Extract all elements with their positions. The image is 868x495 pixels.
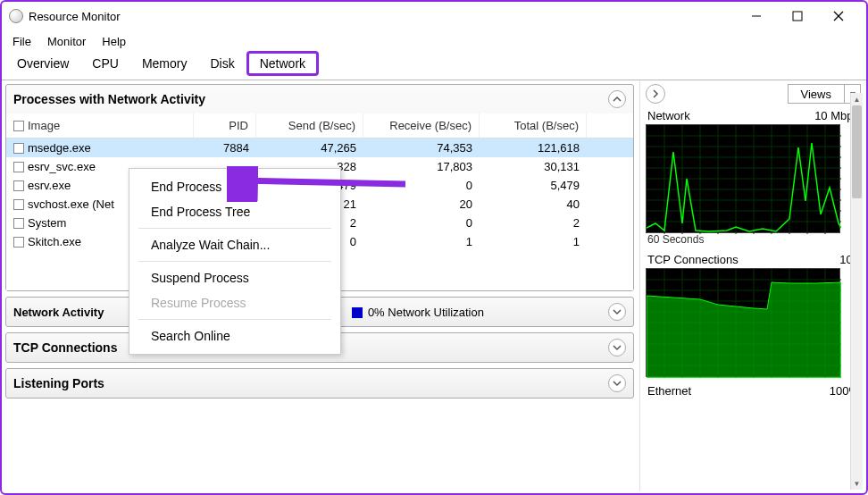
context-menu-item[interactable]: End Process Tree [129, 199, 340, 224]
listening-ports-panel: Listening Ports [5, 368, 634, 399]
menubar: File Monitor Help [2, 30, 866, 52]
context-menu-item[interactable]: End Process [129, 174, 340, 199]
menu-help[interactable]: Help [95, 33, 133, 50]
tab-cpu[interactable]: CPU [80, 52, 130, 75]
expand-network-activity[interactable] [608, 303, 626, 321]
svg-rect-1 [793, 12, 802, 21]
chart-ethernet-title: Ethernet [647, 384, 691, 398]
minimize-button[interactable] [736, 3, 777, 29]
tabstrip: Overview CPU Memory Disk Network [2, 52, 866, 80]
context-menu-item[interactable]: Analyze Wait Chain... [129, 232, 340, 257]
scroll-down-icon[interactable]: ▼ [851, 477, 863, 490]
chart-tcp-title: TCP Connections [647, 253, 739, 266]
tab-network[interactable]: Network [246, 51, 319, 76]
table-row[interactable]: msedge.exe788447,26574,353121,618 [6, 138, 633, 157]
context-menu: End ProcessEnd Process TreeAnalyze Wait … [129, 168, 341, 355]
tab-memory[interactable]: Memory [130, 52, 199, 75]
table-header: Image PID Send (B/sec) Receive (B/sec) T… [6, 113, 633, 138]
row-checkbox[interactable] [13, 162, 24, 172]
row-checkbox[interactable] [13, 218, 24, 229]
scroll-up-icon[interactable]: ▲ [851, 93, 863, 105]
chart-network-title: Network [647, 109, 690, 122]
svg-marker-42 [647, 282, 841, 378]
titlebar: Resource Monitor [2, 2, 866, 30]
context-menu-item: Resume Process [129, 290, 340, 315]
collapse-button[interactable] [608, 90, 626, 108]
app-icon [9, 9, 23, 23]
listening-ports-title: Listening Ports [13, 376, 608, 390]
util-swatch-icon [352, 307, 363, 318]
expand-tcp[interactable] [608, 339, 626, 357]
row-checkbox[interactable] [13, 143, 24, 154]
graph-nav-button[interactable] [646, 84, 665, 104]
row-checkbox[interactable] [13, 199, 24, 210]
close-button[interactable] [818, 3, 859, 29]
network-chart [646, 124, 840, 233]
processes-panel-title: Processes with Network Activity [13, 92, 608, 106]
expand-listening[interactable] [608, 374, 626, 392]
tab-overview[interactable]: Overview [5, 52, 80, 75]
maximize-button[interactable] [777, 3, 818, 29]
context-menu-item[interactable]: Suspend Process [129, 265, 340, 290]
scrollbar-thumb[interactable] [852, 105, 862, 198]
row-checkbox[interactable] [13, 180, 24, 191]
context-menu-item[interactable]: Search Online [129, 323, 340, 348]
menu-monitor[interactable]: Monitor [40, 33, 93, 50]
row-checkbox[interactable] [13, 237, 24, 248]
window-title: Resource Monitor [29, 10, 736, 23]
vertical-scrollbar[interactable]: ▲ ▼ [850, 93, 863, 490]
select-all-checkbox[interactable] [13, 121, 24, 131]
menu-file[interactable]: File [5, 33, 38, 50]
tab-disk[interactable]: Disk [198, 52, 246, 75]
tcp-chart [646, 268, 840, 377]
